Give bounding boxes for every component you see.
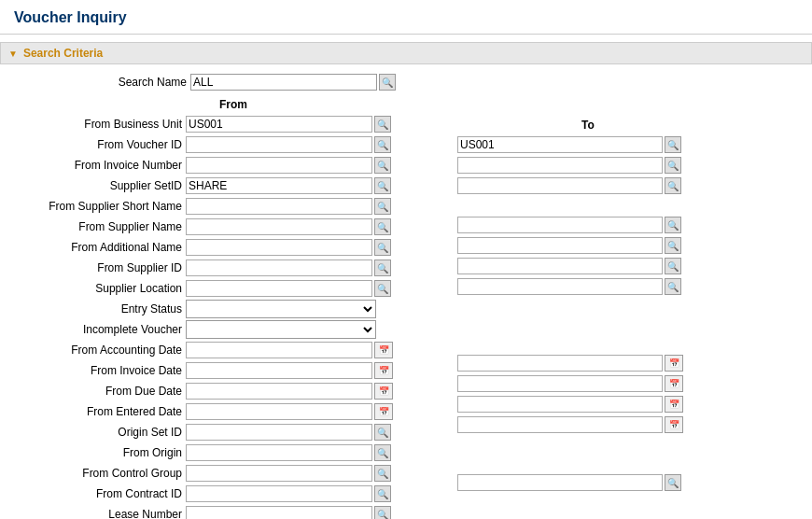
- search-name-label: Search Name: [37, 76, 187, 89]
- from-accounting-date-input[interactable]: [186, 342, 372, 358]
- supplier-location-lookup-icon[interactable]: 🔍: [374, 280, 391, 297]
- from-contract-id-label: From Contract ID: [19, 487, 182, 500]
- lease-number-label: Lease Number: [19, 508, 182, 519]
- from-due-date-label: From Due Date: [19, 385, 182, 398]
- to-additional-name-lookup-icon[interactable]: 🔍: [665, 258, 681, 274]
- to-due-date-cal-icon[interactable]: 📅: [665, 396, 683, 413]
- from-voucher-id-lookup-icon[interactable]: 🔍: [374, 136, 391, 153]
- lease-number-input[interactable]: [186, 506, 372, 519]
- from-supplier-name-lookup-icon[interactable]: 🔍: [374, 218, 391, 235]
- from-invoice-date-cal-icon[interactable]: 📅: [374, 362, 393, 379]
- to-voucher-id-input[interactable]: [457, 157, 663, 174]
- from-contract-id-input[interactable]: [186, 485, 372, 502]
- to-invoice-date-input[interactable]: [457, 375, 663, 392]
- incomplete-voucher-select[interactable]: [186, 320, 376, 339]
- from-invoice-date-input[interactable]: [186, 362, 372, 379]
- to-control-group-lookup-icon[interactable]: 🔍: [665, 474, 681, 491]
- to-supplier-id-lookup-icon[interactable]: 🔍: [665, 278, 681, 295]
- supplier-location-input[interactable]: [186, 280, 372, 297]
- from-supplier-id-input[interactable]: [186, 260, 372, 276]
- from-origin-input[interactable]: [186, 444, 372, 461]
- from-contract-id-lookup-icon[interactable]: 🔍: [374, 485, 391, 502]
- from-column-header: From: [19, 98, 448, 111]
- to-invoice-number-lookup-icon[interactable]: 🔍: [665, 177, 681, 194]
- from-biz-unit-input[interactable]: [186, 116, 372, 133]
- collapse-arrow-icon: ▼: [8, 49, 18, 59]
- from-accounting-date-cal-icon[interactable]: 📅: [374, 342, 393, 358]
- from-biz-unit-label: From Business Unit: [19, 118, 182, 131]
- from-invoice-number-lookup-icon[interactable]: 🔍: [374, 157, 391, 174]
- from-invoice-number-label: From Invoice Number: [19, 159, 182, 172]
- origin-setid-lookup-icon[interactable]: 🔍: [374, 424, 391, 441]
- search-criteria-header[interactable]: ▼ Search Criteria: [0, 42, 812, 64]
- to-supplier-short-name-lookup-icon[interactable]: 🔍: [665, 217, 681, 233]
- page-title: Voucher Inquiry: [0, 0, 812, 35]
- search-criteria-label: Search Criteria: [23, 47, 103, 60]
- from-invoice-date-label: From Invoice Date: [19, 364, 182, 377]
- lease-number-lookup-icon[interactable]: 🔍: [374, 506, 391, 519]
- from-entered-date-cal-icon[interactable]: 📅: [374, 403, 393, 420]
- to-biz-unit-input[interactable]: [457, 136, 663, 153]
- from-supplier-id-label: From Supplier ID: [19, 261, 182, 274]
- from-origin-lookup-icon[interactable]: 🔍: [374, 444, 391, 461]
- from-origin-label: From Origin: [19, 446, 182, 459]
- search-name-lookup-icon[interactable]: 🔍: [379, 74, 396, 91]
- origin-setid-input[interactable]: [186, 424, 372, 441]
- from-entered-date-input[interactable]: [186, 403, 372, 420]
- supplier-setid-input[interactable]: [186, 177, 372, 194]
- supplier-location-label: Supplier Location: [19, 282, 182, 295]
- from-supplier-short-name-label: From Supplier Short Name: [19, 200, 182, 213]
- to-control-group-input[interactable]: [457, 474, 663, 491]
- to-additional-name-input[interactable]: [457, 258, 663, 274]
- from-due-date-input[interactable]: [186, 383, 372, 400]
- from-supplier-name-label: From Supplier Name: [19, 220, 182, 233]
- from-additional-name-label: From Additional Name: [19, 241, 182, 254]
- from-supplier-short-name-input[interactable]: [186, 198, 372, 215]
- search-name-input[interactable]: [190, 74, 377, 91]
- to-entered-date-cal-icon[interactable]: 📅: [665, 416, 683, 433]
- entry-status-select[interactable]: [186, 300, 376, 318]
- from-voucher-id-label: From Voucher ID: [19, 138, 182, 151]
- from-accounting-date-label: From Accounting Date: [19, 344, 182, 357]
- from-supplier-name-input[interactable]: [186, 218, 372, 235]
- from-control-group-input[interactable]: [186, 465, 372, 482]
- supplier-setid-label: Supplier SetID: [19, 179, 182, 192]
- from-supplier-short-name-lookup-icon[interactable]: 🔍: [374, 198, 391, 215]
- supplier-setid-lookup-icon[interactable]: 🔍: [374, 177, 391, 194]
- entry-status-label: Entry Status: [19, 302, 182, 316]
- from-invoice-number-input[interactable]: [186, 157, 372, 174]
- to-accounting-date-cal-icon[interactable]: 📅: [665, 355, 683, 372]
- from-control-group-label: From Control Group: [19, 467, 182, 480]
- to-entered-date-input[interactable]: [457, 416, 663, 433]
- to-voucher-id-lookup-icon[interactable]: 🔍: [665, 157, 681, 174]
- from-voucher-id-input[interactable]: [186, 136, 372, 153]
- to-supplier-name-lookup-icon[interactable]: 🔍: [665, 237, 681, 254]
- to-accounting-date-input[interactable]: [457, 355, 663, 372]
- from-additional-name-input[interactable]: [186, 239, 372, 256]
- from-biz-unit-lookup-icon[interactable]: 🔍: [374, 116, 391, 133]
- to-invoice-date-cal-icon[interactable]: 📅: [665, 375, 683, 392]
- to-invoice-number-input[interactable]: [457, 177, 663, 194]
- from-due-date-cal-icon[interactable]: 📅: [374, 383, 393, 400]
- to-supplier-short-name-input[interactable]: [457, 217, 663, 233]
- from-control-group-lookup-icon[interactable]: 🔍: [374, 465, 391, 482]
- incomplete-voucher-label: Incomplete Voucher: [19, 323, 182, 336]
- from-additional-name-lookup-icon[interactable]: 🔍: [374, 239, 391, 256]
- from-supplier-id-lookup-icon[interactable]: 🔍: [374, 260, 391, 276]
- to-biz-unit-lookup-icon[interactable]: 🔍: [665, 136, 681, 153]
- origin-setid-label: Origin Set ID: [19, 426, 182, 439]
- from-entered-date-label: From Entered Date: [19, 405, 182, 418]
- to-supplier-id-input[interactable]: [457, 278, 663, 295]
- to-due-date-input[interactable]: [457, 396, 663, 413]
- to-column-header: To: [457, 119, 719, 132]
- to-supplier-name-input[interactable]: [457, 237, 663, 254]
